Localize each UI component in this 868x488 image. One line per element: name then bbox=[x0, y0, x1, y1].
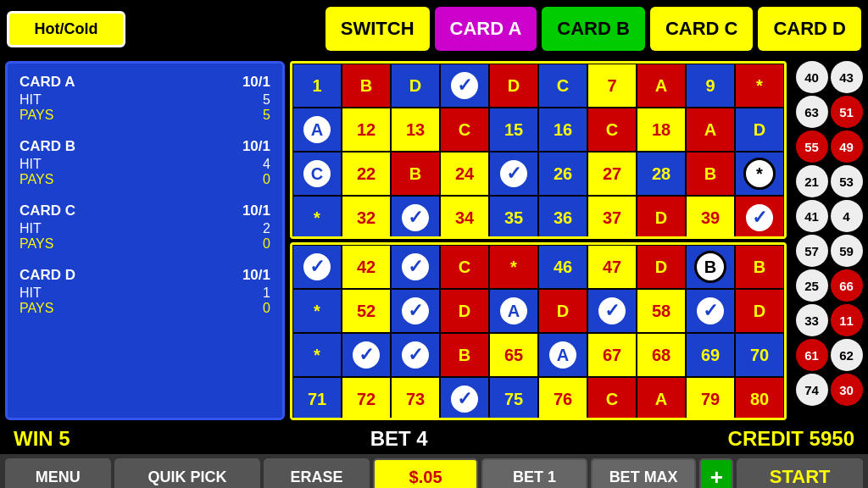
cell-69[interactable]: 69 bbox=[686, 333, 735, 377]
card-a-tab[interactable]: CARD A bbox=[435, 7, 537, 51]
cell-check9[interactable]: ✓ bbox=[686, 289, 735, 333]
cell-circC[interactable]: C bbox=[292, 152, 342, 196]
cell-B5[interactable]: B bbox=[440, 333, 489, 377]
cell-72[interactable]: 72 bbox=[342, 377, 391, 420]
cell-7[interactable]: 7 bbox=[587, 64, 637, 108]
cell-79[interactable]: 79 bbox=[686, 377, 735, 420]
erase-button[interactable]: ERASE bbox=[264, 458, 370, 488]
card-c-tab[interactable]: CARD C bbox=[650, 7, 754, 51]
cell-check2[interactable]: ✓ bbox=[489, 152, 538, 196]
cell-73[interactable]: 73 bbox=[391, 377, 440, 420]
cell-D3[interactable]: D bbox=[735, 108, 784, 152]
cell-32[interactable]: 32 bbox=[342, 196, 391, 239]
start-button[interactable]: START bbox=[737, 458, 863, 488]
cell-check1[interactable]: ✓ bbox=[440, 64, 489, 108]
cell-18[interactable]: 18 bbox=[637, 108, 686, 152]
cell-circA2[interactable]: A bbox=[489, 289, 538, 333]
cell-42[interactable]: 42 bbox=[342, 245, 391, 289]
cell-C4[interactable]: C bbox=[440, 245, 489, 289]
switch-tab[interactable]: SWITCH bbox=[326, 7, 430, 51]
cell-A3[interactable]: A bbox=[637, 377, 686, 420]
cell-70[interactable]: 70 bbox=[735, 333, 784, 377]
cell-star5[interactable]: * bbox=[292, 289, 342, 333]
price-button[interactable]: $.05 bbox=[373, 458, 479, 488]
cell-C5[interactable]: C bbox=[587, 377, 637, 420]
card-b-tab[interactable]: CARD B bbox=[542, 7, 645, 51]
cell-9[interactable]: 9 bbox=[686, 64, 735, 108]
cell-circA3[interactable]: A bbox=[538, 333, 587, 377]
cell-D4[interactable]: D bbox=[637, 196, 686, 239]
cell-16[interactable]: 16 bbox=[538, 108, 587, 152]
bet1-button[interactable]: BET 1 bbox=[481, 458, 587, 488]
hot-cold-button[interactable]: Hot/Cold bbox=[7, 11, 125, 47]
cell-22[interactable]: 22 bbox=[342, 152, 391, 196]
cell-75[interactable]: 75 bbox=[489, 377, 538, 420]
cell-star4[interactable]: * bbox=[489, 245, 538, 289]
cell-A2[interactable]: A bbox=[686, 108, 735, 152]
cell-check7[interactable]: ✓ bbox=[391, 289, 440, 333]
cell-D6[interactable]: D bbox=[440, 289, 489, 333]
cell-D2[interactable]: D bbox=[489, 64, 538, 108]
cell-star6[interactable]: * bbox=[292, 333, 342, 377]
cell-B3[interactable]: B bbox=[686, 152, 735, 196]
cell-65[interactable]: 65 bbox=[489, 333, 538, 377]
ball-25: 25 bbox=[796, 269, 828, 302]
menu-button[interactable]: MENU bbox=[5, 458, 111, 488]
cell-star1[interactable]: * bbox=[735, 64, 784, 108]
cell-52[interactable]: 52 bbox=[342, 289, 391, 333]
cell-D7[interactable]: D bbox=[538, 289, 587, 333]
cell-26[interactable]: 26 bbox=[538, 152, 587, 196]
cell-28[interactable]: 28 bbox=[637, 152, 686, 196]
cell-check4[interactable]: ✓ bbox=[735, 196, 784, 239]
cell-27[interactable]: 27 bbox=[587, 152, 637, 196]
cell-check10[interactable]: ✓ bbox=[342, 333, 391, 377]
cell-check6[interactable]: ✓ bbox=[391, 245, 440, 289]
quik-pick-button[interactable]: QUIK PICK bbox=[114, 458, 261, 488]
cell-35[interactable]: 35 bbox=[489, 196, 538, 239]
cell-80[interactable]: 80 bbox=[735, 377, 784, 420]
cell-check8[interactable]: ✓ bbox=[587, 289, 637, 333]
cell-1[interactable]: 1 bbox=[292, 64, 342, 108]
cell-A1[interactable]: A bbox=[637, 64, 686, 108]
plus-button[interactable]: + bbox=[699, 458, 733, 488]
cell-47[interactable]: 47 bbox=[587, 245, 637, 289]
cell-circB2[interactable]: B bbox=[686, 245, 735, 289]
cell-58[interactable]: 58 bbox=[637, 289, 686, 333]
cell-C3[interactable]: C bbox=[587, 108, 637, 152]
ball-row: 4043 bbox=[792, 61, 866, 93]
cell-check12[interactable]: ✓ bbox=[440, 377, 489, 420]
cell-36[interactable]: 36 bbox=[538, 196, 587, 239]
cell-68[interactable]: 68 bbox=[637, 333, 686, 377]
cell-C2[interactable]: C bbox=[440, 108, 489, 152]
grid-area: 1 B D ✓ D C 7 A 9 * A 12 13 C 15 16 C 18 bbox=[290, 61, 787, 420]
cell-B1[interactable]: B bbox=[342, 64, 391, 108]
cell-C1[interactable]: C bbox=[538, 64, 587, 108]
cell-24[interactable]: 24 bbox=[440, 152, 489, 196]
cell-39[interactable]: 39 bbox=[686, 196, 735, 239]
betmax-button[interactable]: BET MAX bbox=[591, 458, 697, 488]
card-d-pays-label: PAYS bbox=[19, 301, 53, 316]
cell-B2[interactable]: B bbox=[391, 152, 440, 196]
cell-37[interactable]: 37 bbox=[587, 196, 637, 239]
cell-13[interactable]: 13 bbox=[391, 108, 440, 152]
cell-76[interactable]: 76 bbox=[538, 377, 587, 420]
cell-D1[interactable]: D bbox=[391, 64, 440, 108]
cell-B4[interactable]: B bbox=[735, 245, 784, 289]
cell-check5[interactable]: ✓ bbox=[292, 245, 342, 289]
cell-circA[interactable]: A bbox=[292, 108, 342, 152]
cell-star2[interactable]: * bbox=[735, 152, 784, 196]
card-a-pays-label: PAYS bbox=[19, 108, 53, 123]
cell-check3[interactable]: ✓ bbox=[391, 196, 440, 239]
cell-71[interactable]: 71 bbox=[292, 377, 342, 420]
cell-46[interactable]: 46 bbox=[538, 245, 587, 289]
cell-15[interactable]: 15 bbox=[489, 108, 538, 152]
cell-67[interactable]: 67 bbox=[587, 333, 637, 377]
card-d-tab[interactable]: CARD D bbox=[758, 7, 861, 51]
cell-D8[interactable]: D bbox=[735, 289, 784, 333]
cell-12[interactable]: 12 bbox=[342, 108, 391, 152]
cell-check11[interactable]: ✓ bbox=[391, 333, 440, 377]
cell-34[interactable]: 34 bbox=[440, 196, 489, 239]
cell-star3[interactable]: * bbox=[292, 196, 342, 239]
bottom-bar: MENU QUIK PICK ERASE $.05 BET 1 BET MAX … bbox=[0, 454, 868, 488]
cell-D5[interactable]: D bbox=[637, 245, 686, 289]
